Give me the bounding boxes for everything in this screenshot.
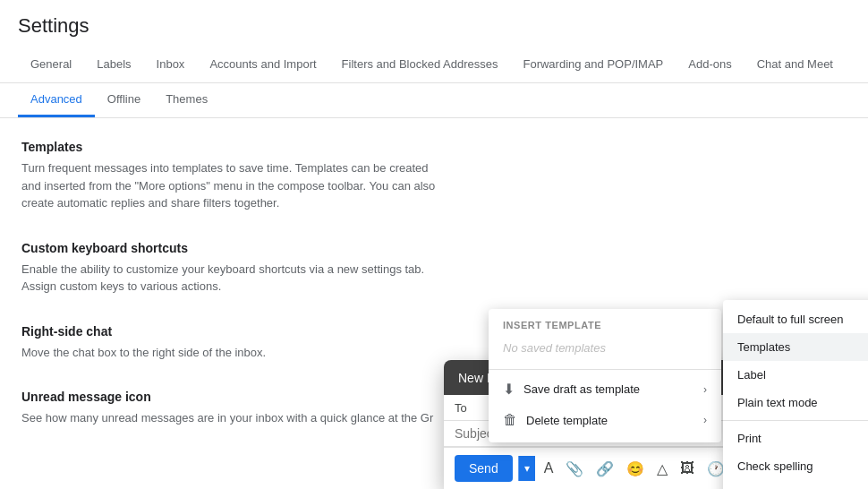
- send-arrow-button[interactable]: ▾: [518, 456, 535, 477]
- ctx-print-label: Print: [737, 432, 762, 445]
- photo-icon[interactable]: 🖼: [677, 457, 698, 477]
- ctx-spellcheck-label: Check spelling: [737, 459, 813, 473]
- section-rightchat-title: Right-side chat: [21, 324, 444, 339]
- tab-filters[interactable]: Filters and Blocked Addresses: [329, 48, 511, 82]
- delete-template-icon: 🗑: [503, 412, 517, 428]
- tab-general[interactable]: General: [18, 48, 84, 82]
- sub-tab-offline[interactable]: Offline: [95, 83, 153, 117]
- tab-chat[interactable]: Chat and Meet: [745, 48, 846, 82]
- sub-tab-themes[interactable]: Themes: [153, 83, 220, 117]
- section-keyboard-desc: Enable the ability to customize your key…: [21, 261, 444, 296]
- ctx-templates[interactable]: Templates ›: [723, 333, 868, 361]
- insert-template-menu: INSERT TEMPLATE No saved templates ⬇ Sav…: [489, 309, 721, 442]
- compose-window: New Message − ⤢ To Cc Bcc INSERT TEMPLAT…: [444, 360, 847, 477]
- delete-template-label: Delete template: [526, 414, 608, 427]
- section-keyboard-title: Custom keyboard shortcuts: [21, 241, 444, 255]
- ctx-plaintext-label: Plain text mode: [737, 396, 818, 409]
- tab-accounts[interactable]: Accounts and Import: [197, 48, 328, 82]
- settings-header: Settings General Labels Inbox Accounts a…: [0, 0, 868, 83]
- ctx-plaintext[interactable]: Plain text mode: [723, 389, 868, 416]
- context-menu: Default to full screen Templates › Label…: [723, 300, 868, 477]
- ctx-templates-label: Templates: [737, 340, 790, 354]
- tab-inbox[interactable]: Inbox: [144, 48, 198, 82]
- to-label: To: [455, 401, 490, 415]
- tab-forwarding[interactable]: Forwarding and POP/IMAP: [510, 48, 676, 82]
- delete-template-item[interactable]: 🗑 Delete template ›: [489, 405, 721, 435]
- section-unread-title: Unread message icon: [21, 390, 444, 404]
- tab-addons[interactable]: Add-ons: [676, 48, 744, 82]
- formatting-icon[interactable]: A: [540, 457, 557, 477]
- section-keyboard: Custom keyboard shortcuts Enable the abi…: [21, 241, 444, 296]
- section-unread: Unread message icon See how many unread …: [21, 390, 444, 427]
- section-rightchat: Right-side chat Move the chat box to the…: [21, 324, 444, 362]
- main-nav: General Labels Inbox Accounts and Import…: [18, 48, 850, 82]
- section-rightchat-desc: Move the chat box to the right side of t…: [21, 344, 444, 362]
- ctx-label[interactable]: Label ›: [723, 361, 868, 389]
- no-templates-text: No saved templates: [489, 338, 721, 365]
- section-templates-title: Templates: [21, 140, 444, 154]
- ctx-print[interactable]: Print: [723, 425, 868, 452]
- menu-divider-1: [489, 369, 721, 370]
- save-draft-arrow-icon: ›: [703, 383, 707, 396]
- drive-icon[interactable]: △: [653, 457, 671, 477]
- attach-icon[interactable]: 📎: [562, 457, 587, 477]
- page-title: Settings: [18, 14, 850, 38]
- section-templates-desc: Turn frequent messages into templates to…: [21, 159, 444, 212]
- tab-labels[interactable]: Labels: [84, 48, 143, 82]
- save-draft-icon: ⬇: [503, 381, 515, 398]
- section-templates: Templates Turn frequent messages into te…: [21, 140, 444, 212]
- link-icon[interactable]: 🔗: [592, 457, 617, 477]
- save-draft-template-item[interactable]: ⬇ Save draft as template ›: [489, 373, 721, 405]
- main-content: Templates Turn frequent messages into te…: [0, 118, 465, 477]
- ctx-spellcheck[interactable]: Check spelling: [723, 452, 868, 477]
- emoji-icon[interactable]: 😊: [623, 457, 648, 477]
- insert-template-label: INSERT TEMPLATE: [489, 316, 721, 338]
- ctx-fullscreen[interactable]: Default to full screen: [723, 305, 868, 333]
- delete-template-arrow-icon: ›: [703, 414, 707, 426]
- send-button[interactable]: Send: [455, 455, 513, 477]
- sub-tabs: Advanced Offline Themes: [0, 83, 868, 118]
- ctx-divider-1: [723, 420, 868, 421]
- save-draft-label: Save draft as template: [523, 382, 640, 396]
- ctx-label-label: Label: [737, 368, 766, 382]
- sub-tab-advanced[interactable]: Advanced: [18, 83, 95, 117]
- section-unread-desc: See how many unread messages are in your…: [21, 409, 444, 427]
- ctx-fullscreen-label: Default to full screen: [737, 313, 844, 326]
